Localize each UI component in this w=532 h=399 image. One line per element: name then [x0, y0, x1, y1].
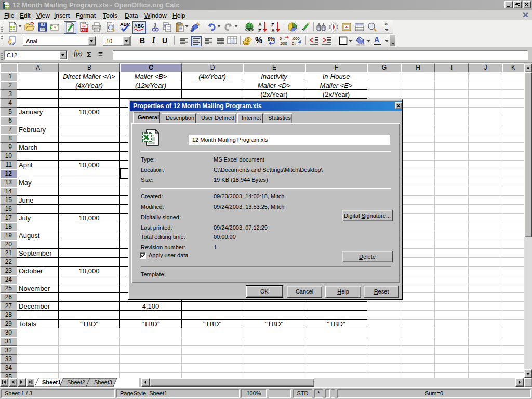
svg-text:.000: .000: [280, 41, 287, 46]
svg-text:Sheet2: Sheet2: [67, 379, 85, 385]
svg-text:Z: Z: [258, 28, 261, 33]
svg-text:.000: .000: [292, 36, 300, 41]
svg-text:$%: $%: [268, 36, 274, 42]
svg-text:0→: 0→: [280, 36, 286, 41]
svg-text:0←: 0←: [292, 41, 298, 46]
svg-text:Sheet3: Sheet3: [94, 379, 112, 385]
svg-text:PDF: PDF: [81, 28, 88, 32]
svg-text:Z: Z: [271, 22, 274, 28]
svg-text:A: A: [258, 22, 262, 28]
svg-text:ABC: ABC: [134, 23, 144, 29]
svg-text:A: A: [271, 28, 275, 33]
svg-text:Sheet1: Sheet1: [42, 379, 61, 385]
